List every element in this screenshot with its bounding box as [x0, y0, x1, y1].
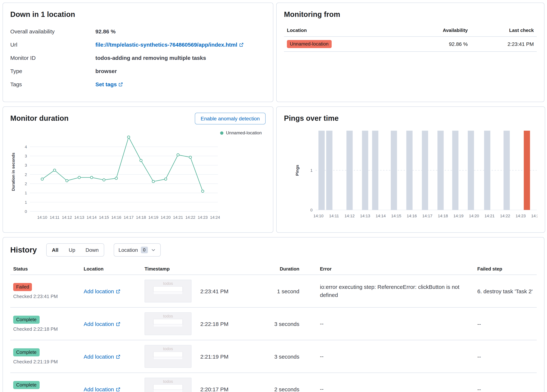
timestamp-column-header: Timestamp: [142, 263, 267, 275]
availability-column-header: Availability: [402, 28, 468, 33]
failed-step: --: [474, 386, 537, 392]
svg-text:0: 0: [25, 209, 27, 214]
set-tags-link[interactable]: Set tags: [95, 81, 123, 87]
svg-text:0: 0: [310, 208, 313, 212]
location-filter-label: Location: [118, 247, 138, 253]
svg-text:3: 3: [25, 163, 27, 168]
type-row: Type browser: [10, 68, 266, 74]
filter-tab-up[interactable]: Up: [64, 244, 81, 256]
monitor-url-link[interactable]: file:///tmp/elastic-synthetics-764860569…: [95, 41, 244, 48]
monitor-id-value: todos-adding and removing multiple tasks: [95, 55, 206, 61]
legend-item[interactable]: Unnamed-location: [220, 130, 266, 135]
add-location-link[interactable]: Add location: [84, 321, 120, 327]
external-link-icon: [116, 387, 120, 392]
add-location-link[interactable]: Add location: [84, 386, 120, 392]
availability-label: Overall availability: [10, 28, 95, 34]
svg-text:14:13: 14:13: [74, 215, 84, 220]
thumb-list-bar: [153, 292, 183, 294]
chart-legend: Unnamed-location: [220, 127, 266, 224]
svg-text:2: 2: [25, 181, 27, 186]
svg-text:14:21: 14:21: [485, 214, 494, 218]
table-row: Complete Checked 2:20:17 PM Add location…: [10, 373, 537, 392]
legend-dot-icon: [220, 131, 223, 135]
add-location-link[interactable]: Add location: [84, 353, 120, 359]
svg-text:2: 2: [25, 172, 27, 177]
step-screenshot-thumbnail[interactable]: todos: [144, 280, 191, 303]
type-value: browser: [95, 68, 117, 74]
add-location-link[interactable]: Add location: [84, 288, 120, 294]
row-availability: 92.86 %: [402, 41, 468, 47]
step-screenshot-thumbnail[interactable]: todos: [144, 345, 191, 368]
filter-tab-all[interactable]: All: [47, 244, 64, 256]
table-row: Complete Checked 2:21:19 PM Add location…: [10, 340, 537, 373]
url-row: Url file:///tmp/elastic-synthetics-76486…: [10, 41, 266, 48]
monitoring-from-title: Monitoring from: [284, 10, 537, 19]
thumb-input-bar: [153, 352, 183, 357]
svg-text:14:16: 14:16: [407, 214, 417, 218]
monitoring-table-header: Location Availability Last check: [284, 25, 537, 37]
svg-text:14:17: 14:17: [124, 215, 134, 220]
thumb-input-bar: [153, 286, 183, 292]
svg-text:14:20: 14:20: [469, 214, 479, 218]
timestamp: 2:22:18 PM: [200, 321, 228, 327]
timestamp-cell: todos 2:20:17 PM: [142, 373, 267, 392]
duration: 3 seconds: [267, 353, 302, 359]
status-cell: Complete Checked 2:21:19 PM: [10, 348, 81, 364]
thumb-input-bar: [153, 384, 183, 390]
svg-text:14:19: 14:19: [453, 214, 464, 218]
checked-time: Checked 2:21:19 PM: [13, 359, 78, 364]
status-badge: Complete: [13, 316, 40, 324]
history-table-header: Status Location Timestamp Duration Error…: [10, 263, 537, 275]
status-badge: Complete: [13, 348, 40, 356]
svg-text:14:18: 14:18: [136, 215, 146, 220]
svg-text:14:24: 14:24: [210, 215, 220, 220]
svg-text:14:20: 14:20: [161, 215, 171, 220]
location-badge: Unnamed-location: [287, 40, 331, 48]
availability-value: 92.86 %: [95, 28, 116, 34]
svg-text:14:18: 14:18: [438, 214, 448, 218]
failed-step-column-header: Failed step: [474, 263, 537, 275]
location-cell: Add location: [81, 386, 142, 392]
svg-text:14:15: 14:15: [391, 214, 401, 218]
duration-column-header: Duration: [267, 263, 302, 275]
monitor-duration-title: Monitor duration: [10, 114, 68, 123]
status-column-header: Status: [10, 263, 81, 275]
error-message: --: [302, 385, 474, 392]
svg-text:14:22: 14:22: [500, 214, 510, 218]
external-link-icon: [119, 82, 123, 87]
external-link-icon: [116, 354, 120, 359]
step-screenshot-thumbnail[interactable]: todos: [144, 378, 191, 392]
timestamp-cell: todos 2:21:19 PM: [142, 341, 267, 372]
step-screenshot-thumbnail[interactable]: todos: [144, 312, 191, 335]
monitor-summary-panel: Down in 1 location Overall availability …: [3, 3, 273, 102]
svg-text:14:24: 14:24: [531, 214, 537, 218]
svg-text:14:10: 14:10: [313, 214, 323, 218]
svg-text:Duration in seconds: Duration in seconds: [11, 153, 16, 191]
timestamp-cell: todos 2:22:18 PM: [142, 308, 267, 339]
thumb-input-bar: [153, 319, 183, 324]
duration: 1 second: [267, 288, 302, 294]
table-row: Failed Checked 2:23:41 PM Add location t…: [10, 275, 537, 308]
status-cell: Failed Checked 2:23:41 PM: [10, 283, 81, 299]
chevron-down-icon: [150, 248, 156, 253]
enable-anomaly-detection-button[interactable]: Enable anomaly detection: [195, 113, 266, 124]
failed-step: --: [474, 353, 537, 359]
duration: 2 seconds: [267, 386, 302, 392]
duration: 3 seconds: [267, 321, 302, 327]
svg-text:14:19: 14:19: [148, 215, 158, 220]
table-row: Complete Checked 2:22:18 PM Add location…: [10, 308, 537, 340]
history-title: History: [10, 246, 37, 254]
filter-tab-down[interactable]: Down: [80, 244, 104, 256]
location-filter-button[interactable]: Location 0: [114, 243, 160, 257]
status-filter-group: All Up Down: [46, 243, 104, 257]
monitor-duration-chart: 0112233414:1014:1114:1214:1314:1414:1514…: [10, 127, 220, 224]
monitor-duration-panel: Monitor duration Enable anomaly detectio…: [3, 106, 273, 233]
type-label: Type: [10, 68, 95, 74]
legend-label: Unnamed-location: [226, 130, 262, 135]
url-label: Url: [10, 41, 95, 48]
location-column-header: Location: [81, 263, 142, 275]
svg-text:14:14: 14:14: [87, 215, 96, 220]
history-panel: History All Up Down Location 0 Status Lo…: [3, 237, 544, 392]
thumb-list-bar: [153, 390, 183, 392]
monitoring-table: Location Availability Last check Unnamed…: [284, 25, 537, 52]
